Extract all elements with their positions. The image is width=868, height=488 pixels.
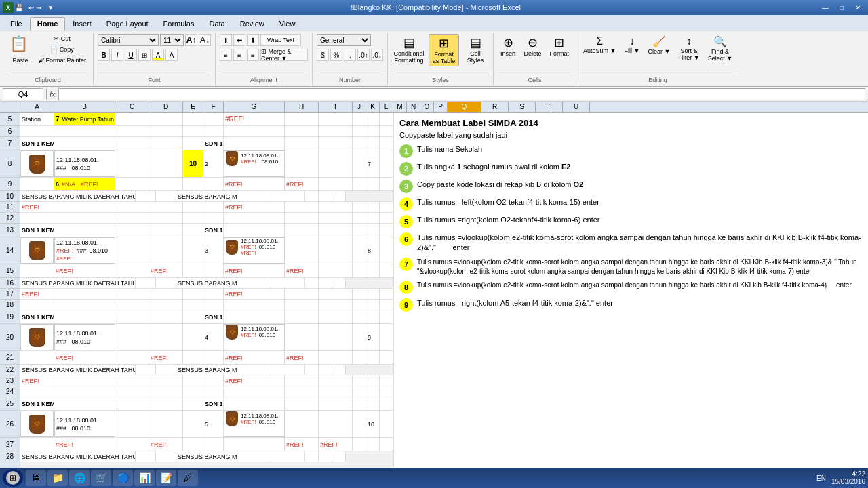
cell-i6[interactable]: [319, 126, 353, 136]
cell-k24[interactable]: [366, 386, 380, 396]
cell-a21[interactable]: [20, 351, 54, 364]
cell-d15[interactable]: #REF!: [149, 264, 183, 277]
cut-btn[interactable]: ✂ Cut: [35, 34, 89, 43]
row-header-22[interactable]: 22: [0, 365, 20, 375]
cell-k16[interactable]: [319, 278, 332, 288]
cell-d8[interactable]: [149, 150, 183, 177]
cell-l28[interactable]: [332, 451, 346, 462]
cell-g26[interactable]: 🛡 12.11.18.08.01. #REF!08.010: [224, 411, 285, 437]
cell-h24[interactable]: [285, 386, 319, 396]
cell-l12[interactable]: [380, 213, 393, 223]
cell-c26[interactable]: [115, 411, 149, 437]
cell-c23[interactable]: [115, 375, 149, 386]
col-header-t[interactable]: T: [536, 102, 563, 112]
row-header-6[interactable]: 6: [0, 126, 20, 137]
minimize-btn[interactable]: —: [818, 2, 833, 13]
cell-i22[interactable]: [271, 365, 305, 375]
cell-d24[interactable]: [149, 386, 183, 396]
cell-h16[interactable]: [237, 278, 271, 288]
cell-i21[interactable]: [319, 351, 353, 364]
cell-e6[interactable]: [183, 126, 203, 136]
cell-h28[interactable]: [237, 451, 271, 462]
cell-j25[interactable]: [353, 397, 366, 410]
cell-a22[interactable]: SENSUS BARANG MILIK DAERAH TAHUN 2014: [20, 365, 136, 375]
cell-k18[interactable]: [366, 300, 380, 310]
increase-font-btn[interactable]: A↑: [185, 34, 197, 46]
cell-j5[interactable]: [353, 113, 366, 125]
align-left-btn[interactable]: ≡: [220, 49, 232, 61]
cell-g5[interactable]: #REF!: [224, 113, 285, 125]
tab-file[interactable]: File: [3, 17, 30, 30]
cell-k12[interactable]: [366, 213, 380, 223]
col-header-o[interactable]: O: [420, 102, 434, 112]
cell-i13[interactable]: [319, 224, 353, 237]
cell-b19[interactable]: [54, 310, 115, 323]
cell-k7[interactable]: [366, 137, 380, 150]
cell-a19[interactable]: SDN 1 KEMIRILOR: [20, 310, 54, 323]
cell-g24[interactable]: [224, 386, 285, 396]
cell-j16[interactable]: [305, 278, 319, 288]
cell-d23[interactable]: [149, 375, 183, 386]
cell-a26[interactable]: 🛡: [20, 411, 54, 437]
cell-d9[interactable]: [149, 178, 183, 190]
delete-btn[interactable]: ⊖ Delete: [521, 34, 545, 58]
cell-f11[interactable]: [203, 202, 224, 212]
cell-b25[interactable]: [54, 397, 115, 410]
cell-e23[interactable]: [183, 375, 203, 386]
cell-j23[interactable]: [353, 375, 366, 386]
cell-a17[interactable]: #REF!: [20, 289, 54, 299]
cell-d20[interactable]: [149, 324, 183, 350]
cell-b26[interactable]: 12.11.18.08.01. ### 08.010: [54, 411, 115, 437]
cell-a10[interactable]: SENSUS BARANG MILIK DAERAH TAHUN 2014: [20, 191, 136, 201]
cell-l24[interactable]: [380, 386, 393, 396]
cell-l25[interactable]: [380, 397, 393, 410]
cell-f25[interactable]: SDN 1 KEMIRILOR: [203, 397, 224, 410]
cell-f13[interactable]: SDN 1 KEMIRILOR: [203, 224, 224, 237]
row-header-23[interactable]: 23: [0, 375, 20, 386]
cell-h6[interactable]: [285, 126, 319, 136]
cell-b24[interactable]: [54, 386, 115, 396]
cell-e10[interactable]: [136, 191, 156, 201]
cell-e12[interactable]: [183, 213, 203, 223]
row-header-5[interactable]: 5: [0, 113, 20, 126]
col-header-k[interactable]: K: [366, 102, 380, 112]
cell-e13[interactable]: [183, 224, 203, 237]
cell-styles-btn[interactable]: ▤ CellStyles: [462, 34, 489, 65]
cell-g17[interactable]: #REF!: [224, 289, 285, 299]
cell-g23[interactable]: #REF!: [224, 375, 285, 386]
cell-g11[interactable]: #REF!: [224, 202, 285, 212]
cell-a8[interactable]: 🛡: [20, 150, 54, 177]
row-header-19[interactable]: 19: [0, 310, 20, 324]
cell-f22[interactable]: [156, 365, 176, 375]
cell-l23[interactable]: [380, 375, 393, 386]
cell-k14[interactable]: 8: [366, 237, 380, 264]
cell-b7[interactable]: [54, 137, 115, 150]
merge-center-btn[interactable]: ⊞ Merge & Center ▼: [260, 49, 308, 61]
cell-d21[interactable]: #REF!: [149, 351, 183, 364]
cell-k9[interactable]: [366, 178, 380, 190]
cell-e7[interactable]: [183, 137, 203, 150]
cell-c27[interactable]: [115, 438, 149, 451]
cell-f18[interactable]: [203, 300, 224, 310]
cell-l14[interactable]: [380, 237, 393, 264]
cell-b27[interactable]: #REF!: [54, 438, 115, 451]
row-header-12[interactable]: 12: [0, 213, 20, 224]
paste-btn[interactable]: 📋 Paste: [7, 34, 34, 65]
italic-btn[interactable]: I: [111, 49, 123, 61]
row-header-10[interactable]: 10: [0, 191, 20, 202]
col-header-m[interactable]: M: [393, 102, 407, 112]
cell-f26[interactable]: 5: [203, 411, 224, 437]
cell-b13[interactable]: [54, 224, 115, 237]
taskbar-app-7[interactable]: 📝: [156, 470, 176, 486]
cell-k10[interactable]: [319, 191, 332, 201]
cell-g21[interactable]: #REF!: [224, 351, 285, 364]
comma-btn[interactable]: ,: [344, 49, 356, 61]
row-header-15[interactable]: 15: [0, 264, 20, 278]
cell-i14[interactable]: [319, 237, 353, 264]
cell-j8[interactable]: [353, 150, 366, 177]
tab-review[interactable]: Review: [233, 17, 272, 30]
decrease-font-btn[interactable]: A↓: [199, 34, 211, 46]
cell-d18[interactable]: [149, 300, 183, 310]
cell-i15[interactable]: [319, 264, 353, 277]
cell-c7[interactable]: [115, 137, 149, 150]
